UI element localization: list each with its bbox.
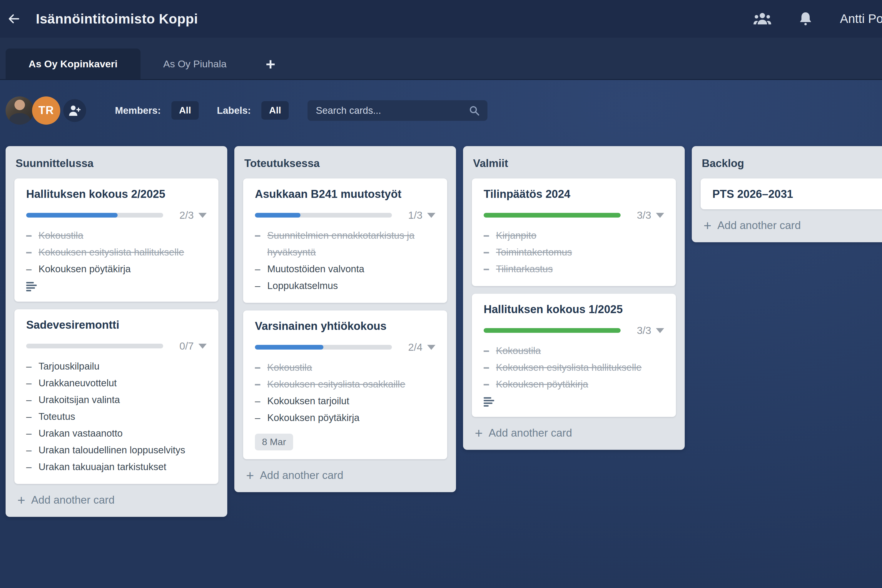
add-member-button[interactable]	[63, 99, 86, 122]
checklist-item-text: Kokoustila	[267, 359, 435, 376]
chevron-down-icon[interactable]	[427, 213, 435, 218]
arrow-left-icon	[7, 12, 20, 26]
app-root: Isännöintitoimisto Koppi Antti Po As Oy …	[0, 0, 882, 588]
dash: –	[26, 392, 39, 408]
card-pts-2026-2031[interactable]: PTS 2026–2031	[700, 178, 882, 209]
checklist-item-text: Kokouksen pöytäkirja	[496, 376, 664, 393]
dash: –	[255, 277, 267, 294]
checklist: –Kirjanpito –Toimintakertomus –Tilintark…	[484, 227, 664, 277]
back-button[interactable]	[4, 9, 23, 28]
dash: –	[255, 227, 267, 261]
progress-fill	[255, 213, 300, 218]
checklist-item-text: Kirjanpito	[496, 227, 664, 244]
progress-fill	[255, 345, 323, 350]
checklist-item-text: Urakoitsijan valinta	[39, 392, 207, 408]
checklist-item-text: Urakan takuuajan tarkistukset	[39, 458, 207, 475]
add-board-button[interactable]: +	[253, 48, 288, 79]
checklist-item-text: Urakan vastaanotto	[39, 425, 207, 442]
members-filter-value[interactable]: All	[171, 101, 199, 120]
checklist-item: –Kokouksen tarjoilut	[255, 393, 435, 409]
search-input[interactable]	[315, 105, 469, 116]
user-avatar-photo[interactable]	[6, 96, 34, 124]
user-menu[interactable]: Antti Po	[840, 12, 882, 26]
dash: –	[484, 244, 496, 261]
checklist-item-text: Kokouksen tarjoilut	[267, 393, 435, 409]
card-title: Tilinpäätös 2024	[484, 188, 664, 201]
progress-track	[255, 213, 392, 218]
dash: –	[255, 409, 267, 426]
column-title: Valmiit	[473, 157, 675, 170]
members-icon[interactable]	[753, 13, 771, 25]
checklist-item-text: Kokouksen esityslista hallitukselle	[496, 359, 664, 376]
checklist-item-text: Muutostöiden valvonta	[267, 261, 435, 277]
description-icon	[26, 282, 207, 293]
checklist-item: –Urakoitsijan valinta	[26, 392, 207, 408]
checklist: –Kokoustila –Kokouksen esityslista halli…	[484, 342, 664, 393]
add-card-button[interactable]: + Add another card	[704, 219, 882, 232]
dash: –	[255, 393, 267, 409]
add-card-button[interactable]: + Add another card	[475, 426, 673, 440]
card-hallituksen-kokous-2-2025[interactable]: Hallituksen kokous 2/2025 2/3 –Kokoustil…	[14, 178, 219, 302]
dash: –	[484, 359, 496, 376]
checklist-item-text: Urakan taloudellinen loppuselvitys	[39, 442, 207, 458]
add-card-button[interactable]: + Add another card	[246, 469, 444, 482]
members-filter-label: Members:	[115, 105, 161, 116]
card-sadevesiremontti[interactable]: Sadevesiremontti 0/7 –Tarjouskilpailu –U…	[14, 309, 219, 484]
chevron-down-icon[interactable]	[656, 328, 664, 333]
checklist-item: –Urakan vastaanotto	[26, 425, 207, 442]
progress-fill	[26, 213, 118, 218]
card-title: Hallituksen kokous 1/2025	[484, 303, 664, 316]
user-avatar-initials[interactable]: TR	[32, 96, 60, 124]
checklist-item: –Toteutus	[26, 408, 207, 425]
search-icon[interactable]	[469, 105, 480, 116]
checklist-item: –Kokoustila	[484, 342, 664, 359]
tab-as-oy-kopinkaveri[interactable]: As Oy Kopinkaveri	[6, 48, 141, 79]
checklist-item: –Kokouksen pöytäkirja	[255, 409, 435, 426]
chevron-down-icon[interactable]	[427, 345, 435, 350]
progress-fraction: 2/3	[171, 209, 194, 221]
chevron-down-icon[interactable]	[198, 213, 207, 218]
column-title: Backlog	[702, 157, 882, 170]
checklist: –Suunnitelmien ennakkotarkistus ja hyväk…	[255, 227, 435, 294]
checklist-item: –Kirjanpito	[484, 227, 664, 244]
checklist-item: –Loppukatselmus	[255, 277, 435, 294]
card-title: PTS 2026–2031	[712, 188, 882, 201]
checklist-item: –Urakkaneuvottelut	[26, 375, 207, 392]
checklist-item: –Kokouksen esityslista hallitukselle	[484, 359, 664, 376]
card-varsinainen-yhtiokokous[interactable]: Varsinainen yhtiökokous 2/4 –Kokoustila …	[243, 310, 447, 459]
card-title: Asukkaan B241 muutostyöt	[255, 188, 435, 201]
checklist-item-text: Kokouksen pöytäkirja	[267, 409, 435, 426]
progress-row: 0/7	[26, 340, 207, 352]
card-title: Varsinainen yhtiökokous	[255, 320, 435, 333]
add-card-label: Add another card	[717, 219, 801, 232]
column-valmiit: Valmiit Tilinpäätös 2024 3/3 –Kirjanpito…	[463, 146, 685, 450]
dash: –	[26, 244, 39, 261]
card-asukkaan-b241-muutostyot[interactable]: Asukkaan B241 muutostyöt 1/3 –Suunnitelm…	[243, 178, 447, 303]
checklist-item-text: Kokoustila	[496, 342, 664, 359]
top-bar-right: Antti Po	[753, 0, 882, 38]
progress-fraction: 1/3	[400, 209, 423, 221]
top-bar: Isännöintitoimisto Koppi Antti Po	[0, 0, 882, 38]
card-title: Sadevesiremontti	[26, 319, 207, 332]
dash: –	[484, 227, 496, 244]
progress-row: 3/3	[484, 325, 664, 336]
labels-filter-label: Labels:	[217, 105, 251, 116]
card-hallituksen-kokous-1-2025[interactable]: Hallituksen kokous 1/2025 3/3 –Kokoustil…	[472, 294, 676, 417]
chevron-down-icon[interactable]	[656, 213, 664, 218]
checklist-item: –Kokouksen pöytäkirja	[26, 261, 207, 277]
progress-row: 1/3	[255, 209, 435, 221]
checklist-item-text: Loppukatselmus	[267, 277, 435, 294]
checklist-item-text: Kokoustila	[39, 227, 207, 244]
tab-as-oy-piuhala[interactable]: As Oy Piuhala	[141, 48, 249, 79]
column-title: Suunnittelussa	[16, 157, 217, 170]
checklist-item-text: Kokouksen pöytäkirja	[39, 261, 207, 277]
labels-filter-value[interactable]: All	[261, 101, 289, 120]
checklist-item-text: Toteutus	[39, 408, 207, 425]
chevron-down-icon[interactable]	[198, 344, 207, 349]
card-tilinpaatos-2024[interactable]: Tilinpäätös 2024 3/3 –Kirjanpito –Toimin…	[472, 178, 676, 286]
bell-icon[interactable]	[800, 12, 812, 26]
add-card-button[interactable]: + Add another card	[17, 494, 216, 507]
dash: –	[26, 458, 39, 475]
checklist-item: –Kokouksen pöytäkirja	[484, 376, 664, 393]
progress-fill	[484, 213, 621, 218]
